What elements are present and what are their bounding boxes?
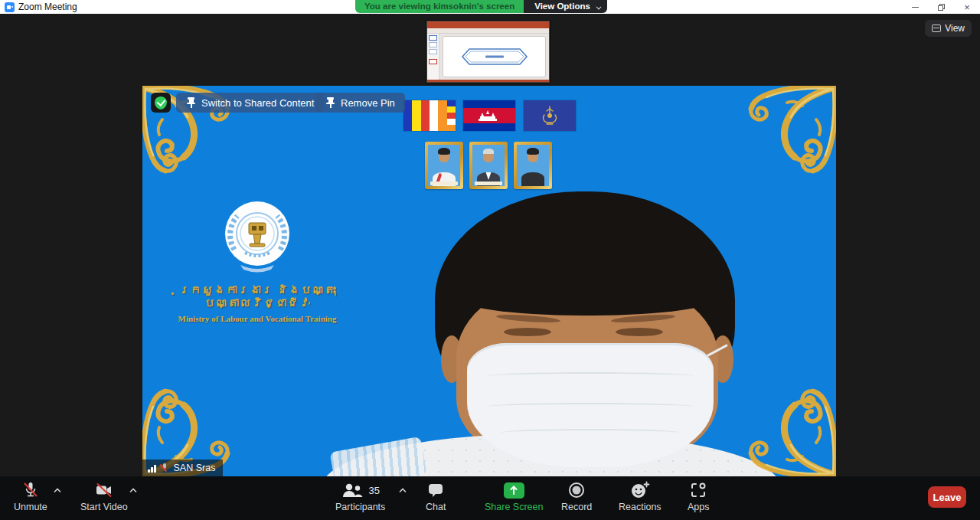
leave-button[interactable]: Leave	[928, 486, 966, 508]
chat-button[interactable]: Chat	[426, 480, 446, 512]
ppt-hexagon-shape	[455, 47, 534, 66]
chevron-down-icon	[596, 5, 601, 10]
person-shirt-stripes	[330, 437, 427, 476]
window-title: Zoom Meeting	[18, 2, 77, 12]
reactions-label: Reactions	[619, 502, 662, 512]
switch-button-label: Switch to Shared Content	[201, 97, 314, 109]
shield-check-icon	[155, 96, 167, 110]
participants-options-chevron-icon[interactable]	[399, 488, 407, 493]
share-screen-button[interactable]: Share Screen	[485, 480, 543, 512]
minimize-button[interactable]	[902, 0, 928, 14]
chat-label: Chat	[426, 502, 446, 512]
pinned-video-tile[interactable]: Switch to Shared Content Remove Pin	[142, 86, 836, 476]
share-screen-icon	[504, 482, 524, 499]
close-icon: ×	[964, 2, 970, 12]
record-button[interactable]: Record	[561, 480, 592, 512]
apps-button[interactable]: Apps	[688, 480, 710, 512]
mask-fold	[501, 429, 679, 437]
ppt-current-slide	[443, 36, 546, 77]
unmute-button[interactable]: Unmute	[14, 480, 47, 512]
mic-muted-icon	[21, 480, 41, 500]
participant-name: SAN Sras	[174, 463, 216, 473]
participants-label: Participants	[335, 502, 385, 512]
viewing-banner: You are viewing kimsoknin's screen View …	[355, 0, 607, 13]
video-options-chevron-icon[interactable]	[129, 488, 137, 493]
chat-bubble-icon	[426, 481, 445, 499]
participant-name-tag: SAN Sras	[142, 459, 223, 476]
reactions-smiley-icon	[630, 481, 650, 499]
mask-fold	[487, 372, 694, 380]
restore-button[interactable]	[928, 0, 954, 14]
start-video-button[interactable]: Start Video	[80, 480, 128, 512]
participants-count: 35	[368, 485, 379, 496]
start-video-label: Start Video	[80, 502, 128, 512]
remove-pin-button[interactable]: Remove Pin	[315, 93, 405, 113]
close-button[interactable]: ×	[954, 0, 980, 14]
ppt-slide-mini	[429, 42, 437, 47]
view-options-label: View Options	[534, 2, 590, 11]
face-mask	[467, 343, 714, 467]
gold-ornament-top-right	[733, 86, 836, 188]
ppt-body	[427, 34, 549, 80]
view-button[interactable]: View	[925, 20, 972, 37]
window-controls: ×	[902, 0, 980, 14]
mask-fold	[487, 403, 694, 410]
ppt-slide-panel	[427, 34, 439, 80]
ppt-slide-mini	[429, 49, 437, 54]
shared-screen-thumbnail[interactable]	[426, 21, 550, 83]
ppt-slide-area	[439, 34, 549, 80]
meeting-stage: View	[0, 14, 980, 476]
gold-ornament-bottom-right	[733, 374, 836, 476]
mic-options-chevron-icon[interactable]	[54, 488, 61, 493]
ppt-statusbar	[427, 80, 549, 82]
record-icon	[567, 481, 586, 499]
person-eye	[616, 328, 663, 336]
muted-mic-icon	[161, 463, 169, 473]
person-hair-fringe	[455, 276, 720, 316]
record-label: Record	[561, 502, 592, 512]
pin-icon	[186, 97, 196, 109]
security-shield-button[interactable]	[151, 93, 171, 113]
view-options-button[interactable]: View Options	[524, 0, 607, 13]
gallery-view-icon	[932, 25, 941, 32]
share-screen-label: Share Screen	[485, 502, 543, 512]
restore-icon	[938, 4, 945, 11]
apps-icon	[689, 481, 707, 499]
unmute-label: Unmute	[14, 502, 47, 512]
switch-to-shared-content-button[interactable]: Switch to Shared Content	[176, 93, 324, 113]
ppt-toolbar	[427, 28, 549, 34]
view-button-label: View	[945, 23, 965, 34]
pin-icon	[325, 97, 335, 109]
participant-person	[142, 86, 836, 476]
participants-button[interactable]: 35 Participants	[335, 480, 385, 512]
remove-pin-label: Remove Pin	[341, 97, 395, 109]
participants-icon	[341, 481, 364, 499]
meeting-toolbar: Unmute Start Video 35 Participants	[0, 476, 980, 520]
apps-label: Apps	[688, 502, 710, 512]
ppt-slide-mini	[429, 59, 437, 64]
ppt-ribbon	[427, 21, 549, 28]
leave-label: Leave	[933, 492, 962, 503]
minimize-icon	[912, 7, 919, 8]
viewing-banner-text: You are viewing kimsoknin's screen	[355, 0, 524, 13]
person-eye	[504, 328, 551, 336]
zoom-app-icon	[5, 2, 15, 12]
video-off-icon	[93, 480, 115, 500]
ppt-slide-mini	[429, 35, 437, 41]
connection-signal-icon	[148, 464, 156, 473]
reactions-button[interactable]: Reactions	[619, 480, 662, 512]
